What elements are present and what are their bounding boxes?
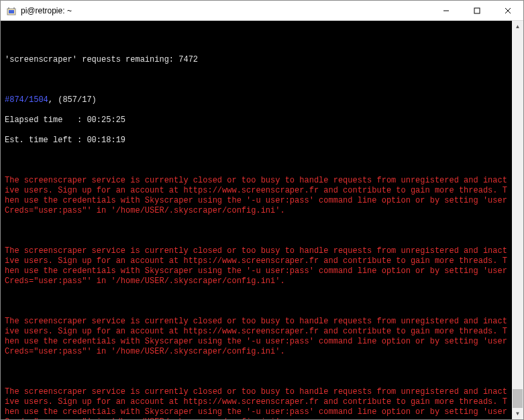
scroll-up-button[interactable]: ▲ [512, 21, 523, 32]
scroll-thumb[interactable] [513, 389, 523, 408]
minimize-button[interactable] [431, 1, 462, 20]
error-message: The screenscraper service is currently c… [5, 387, 507, 419]
terminal[interactable]: 'screenscraper' requests remaining: 7472… [1, 21, 512, 419]
elapsed-time: Elapsed time : 00:25:25 [5, 115, 125, 125]
requests-remaining: 'screenscraper' requests remaining: 7472 [5, 55, 198, 64]
progress-counter-sub: , (857/17) [48, 95, 97, 105]
putty-window: pi@retropie: ~ 'screenscraper' requests … [0, 0, 524, 420]
progress-counter: #874/1504 [5, 95, 48, 105]
putty-icon [6, 5, 17, 16]
error-message: The screenscraper service is currently c… [5, 246, 507, 286]
svg-rect-1 [9, 10, 14, 13]
titlebar[interactable]: pi@retropie: ~ [1, 1, 523, 21]
error-message: The screenscraper service is currently c… [5, 317, 507, 356]
window-controls [431, 1, 523, 20]
svg-rect-5 [474, 8, 480, 13]
close-button[interactable] [492, 1, 523, 20]
error-message: The screenscraper service is currently c… [5, 176, 507, 215]
est-time-left: Est. time left : 00:18:19 [5, 136, 125, 145]
window-title: pi@retropie: ~ [21, 6, 431, 15]
scrollbar[interactable]: ▲ ▼ [512, 21, 523, 419]
scroll-down-button[interactable]: ▼ [512, 408, 523, 419]
maximize-button[interactable] [462, 1, 492, 20]
terminal-wrap: 'screenscraper' requests remaining: 7472… [1, 21, 523, 419]
